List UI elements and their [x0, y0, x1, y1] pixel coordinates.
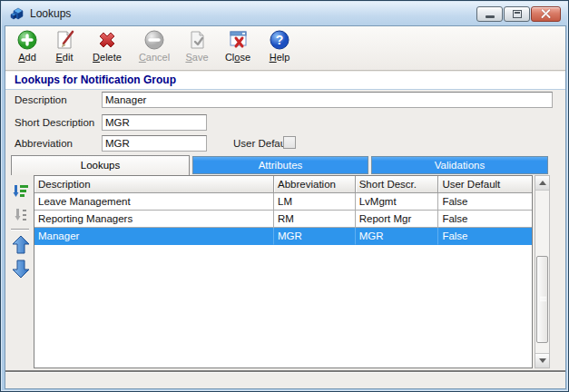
table-row[interactable]: Reporting Managers RM Report Mgr False: [34, 211, 532, 228]
section-title: Lookups for Notification Group: [5, 72, 565, 90]
maximize-icon: [513, 10, 522, 18]
cancel-icon: [143, 29, 165, 51]
delete-label: Delete: [93, 52, 122, 63]
sort-numeric-icon: [13, 207, 29, 223]
minimize-icon: [486, 15, 495, 18]
help-icon: ?: [269, 29, 290, 51]
cell: Manager: [34, 228, 274, 245]
abbreviation-field[interactable]: [102, 135, 207, 152]
close-window-label: Close: [225, 52, 250, 63]
close-icon: [541, 9, 551, 19]
close-button[interactable]: [531, 6, 561, 22]
move-down-button[interactable]: [11, 259, 31, 279]
lookups-window: Lookups Add: [0, 0, 569, 392]
cell: MGR: [274, 228, 356, 245]
scroll-up-button[interactable]: [535, 176, 549, 191]
sort-list-icon: [13, 183, 29, 200]
scroll-down-button[interactable]: [535, 353, 549, 368]
help-button[interactable]: ? Help: [261, 29, 298, 69]
sort-list-button[interactable]: [11, 181, 31, 201]
add-icon: [16, 29, 38, 51]
arrow-down-icon: [539, 358, 546, 363]
cell: MGR: [356, 228, 439, 245]
user-default-checkbox[interactable]: [283, 136, 296, 149]
col-user-default[interactable]: User Default: [438, 176, 532, 193]
col-description[interactable]: Description: [34, 176, 274, 193]
delete-icon: [96, 29, 118, 51]
delete-button[interactable]: Delete: [85, 29, 129, 69]
status-bar: [5, 370, 565, 388]
blue-cube-icon: [10, 6, 25, 21]
cancel-label: Cancel: [139, 52, 170, 63]
window-controls: [476, 6, 561, 22]
close-window-icon: [227, 29, 249, 51]
tab-validations[interactable]: Validations: [371, 156, 548, 174]
minimize-button[interactable]: [476, 6, 503, 22]
svg-text:?: ?: [276, 33, 284, 47]
vertical-scrollbar[interactable]: [535, 175, 550, 368]
arrow-up-icon: [539, 181, 546, 185]
maximize-button[interactable]: [504, 6, 530, 22]
thumb-grip-icon: [540, 297, 546, 302]
lookups-table: Description Abbreviation Short Descr. Us…: [34, 175, 533, 368]
col-abbreviation[interactable]: Abbreviation: [274, 176, 356, 193]
window-title: Lookups: [30, 7, 71, 20]
help-label: Help: [270, 52, 290, 63]
edit-icon: [54, 29, 75, 51]
cell: False: [438, 228, 532, 245]
add-label: Add: [18, 52, 36, 63]
sort-numeric-button: [11, 205, 31, 225]
side-panel-divider: [11, 229, 29, 230]
cell: LvMgmt: [356, 193, 439, 211]
abbreviation-label: Abbreviation: [15, 138, 73, 149]
add-button[interactable]: Add: [11, 29, 44, 69]
table-row[interactable]: Leave Management LM LvMgmt False: [34, 193, 532, 211]
cell: Leave Management: [34, 193, 274, 211]
description-field[interactable]: [102, 92, 553, 108]
grid-side-panel: [7, 176, 33, 368]
edit-label: Edit: [56, 52, 74, 63]
cell: False: [438, 193, 532, 211]
move-up-icon: [12, 235, 30, 254]
cell: False: [438, 211, 532, 228]
toolbar: Add Edit Delete: [5, 26, 565, 71]
cell: Reporting Managers: [34, 211, 274, 228]
col-short-descr[interactable]: Short Descr.: [356, 176, 439, 193]
cell: RM: [274, 211, 356, 228]
tab-lookups[interactable]: Lookups: [11, 155, 190, 175]
move-up-button[interactable]: [11, 234, 31, 254]
save-label: Save: [185, 52, 208, 63]
short-description-field[interactable]: [102, 114, 207, 131]
close-window-button[interactable]: Close: [218, 29, 258, 69]
save-icon: [186, 29, 208, 51]
save-button: Save: [180, 29, 214, 69]
table-row-selected[interactable]: Manager MGR MGR False: [34, 228, 532, 245]
cell: Report Mgr: [356, 211, 439, 228]
titlebar: Lookups: [2, 2, 567, 25]
description-label: Description: [15, 94, 67, 105]
cell: LM: [274, 193, 356, 211]
scrollbar-thumb[interactable]: [536, 256, 548, 343]
tab-attributes[interactable]: Attributes: [192, 156, 368, 174]
cancel-button: Cancel: [132, 29, 176, 69]
window-content: Add Edit Delete: [5, 25, 566, 389]
edit-button[interactable]: Edit: [47, 29, 82, 69]
move-down-icon: [12, 260, 30, 279]
short-description-label: Short Description: [15, 117, 94, 128]
table-header-row: Description Abbreviation Short Descr. Us…: [34, 176, 532, 193]
